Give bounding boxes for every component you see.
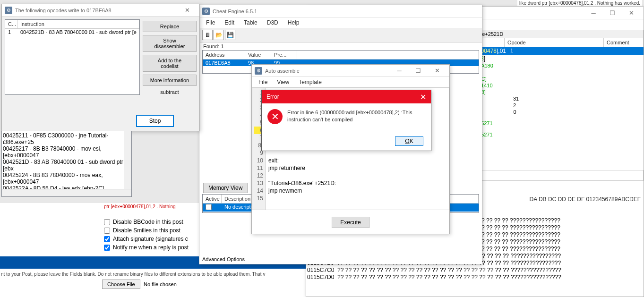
maximize-icon[interactable]: ☐ <box>409 66 428 76</box>
active-checkbox[interactable] <box>206 204 212 210</box>
subtract-label: subtract <box>143 89 197 95</box>
error-message: Error in line 6 (00000000:add [ebx+00000… <box>287 109 425 124</box>
ce-titlebar[interactable]: ⚙ Cheat Engine 6.5.1 <box>199 5 482 17</box>
replace-button[interactable]: Replace <box>143 21 197 32</box>
maximize-icon[interactable]: ☐ <box>603 8 622 18</box>
menu-file[interactable]: File <box>202 18 219 27</box>
ce-icon: ⚙ <box>255 67 262 75</box>
error-icon: ✕ <box>267 109 283 124</box>
disasm-detail-box[interactable]: 00425211 - 0F85 C3000000 - jne Tutorial-… <box>1 131 132 197</box>
ce-menubar: File Edit Table D3D Help <box>199 17 482 28</box>
close-icon[interactable]: ✕ <box>622 8 641 18</box>
menu-table[interactable]: Table <box>240 18 261 27</box>
opcode-row[interactable]: 1 0042521D - 83 AB 78040000 01 - sub dwo… <box>5 29 139 35</box>
opcode-titlebar[interactable]: ⚙ The following opcodes write to 017BE6A… <box>2 4 199 17</box>
show-disasm-button[interactable]: Show disassembler <box>143 35 197 52</box>
opcode-writes-window: ⚙ The following opcodes write to 017BE6A… <box>1 4 200 131</box>
menu-edit[interactable]: Edit <box>221 18 238 27</box>
stop-button[interactable]: Stop <box>136 115 174 127</box>
ok-button[interactable]: OK <box>395 136 423 146</box>
scrollbar-h[interactable] <box>2 189 131 196</box>
menu-view[interactable]: View <box>273 78 293 86</box>
minimize-icon[interactable]: ─ <box>584 8 603 18</box>
save-icon[interactable]: 💾 <box>225 30 235 40</box>
ce-icon: ⚙ <box>5 7 12 14</box>
error-dialog: Error ✕ ✕ Error in line 6 (00000000:add … <box>261 90 431 151</box>
menu-help[interactable]: Help <box>284 18 303 27</box>
bg-text: like dword ptr [ebx+00000478],01,2 . Not… <box>517 0 642 6</box>
menu-d3d[interactable]: D3D <box>263 18 282 27</box>
more-info-button[interactable]: More information <box>143 75 197 86</box>
autoasm-menubar: File View Template <box>252 77 449 87</box>
found-label: Found: 1 <box>199 42 482 50</box>
no-file-label: No file chosen <box>144 281 177 287</box>
error-titlebar[interactable]: Error ✕ <box>262 90 431 103</box>
ce-icon: ⚙ <box>202 8 210 15</box>
menu-file[interactable]: File <box>255 78 271 86</box>
execute-button[interactable]: Execute <box>332 217 369 228</box>
menu-template[interactable]: Template <box>295 78 326 86</box>
choose-file-button[interactable]: Choose File <box>102 280 140 289</box>
autoasm-titlebar[interactable]: ⚙ Auto assemble ─ ☐ ✕ <box>252 65 449 77</box>
add-codelist-button[interactable]: Add to the codelist <box>143 55 197 72</box>
open-icon[interactable]: 📂 <box>214 30 224 40</box>
memory-view-button[interactable]: Memory View <box>203 183 248 193</box>
ce-toolbar: 🖥 📂 💾 <box>199 28 482 42</box>
minimize-icon[interactable]: ─ <box>390 66 409 76</box>
adv-options[interactable]: Advanced Options <box>202 256 245 262</box>
opcode-list[interactable]: C... Instruction 1 0042521D - 83 AB 7804… <box>5 19 140 95</box>
close-icon[interactable]: ✕ <box>178 5 197 16</box>
scrollbar-v[interactable] <box>124 131 131 189</box>
open-process-icon[interactable]: 🖥 <box>202 30 213 40</box>
close-icon[interactable]: ✕ <box>420 93 426 102</box>
close-icon[interactable]: ✕ <box>428 66 447 76</box>
